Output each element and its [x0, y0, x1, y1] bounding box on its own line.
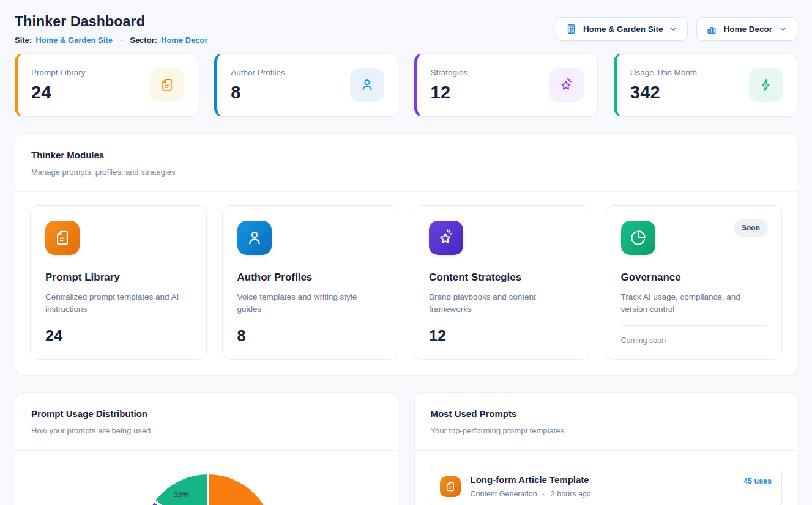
sparkle-star-icon [549, 68, 584, 102]
breadcrumb-dot: · [120, 35, 122, 45]
stat-label: Strategies [431, 68, 468, 77]
prompts-list: Long-form Article Template Content Gener… [415, 451, 797, 505]
donut-segment-label: 15% [174, 490, 189, 499]
coming-soon-text: Coming soon [621, 325, 767, 345]
chart-title: Prompt Usage Distribution [31, 408, 382, 419]
prompt-category: Content Generation [471, 490, 537, 498]
chart-subtitle: How your prompts are being used [31, 426, 382, 435]
stat-value: 342 [630, 83, 697, 103]
module-description: Voice templates and writing style guides [237, 291, 384, 316]
bar-chart-icon [706, 24, 717, 35]
document-icon [150, 68, 184, 102]
module-title: Author Profiles [237, 271, 384, 284]
stat-label: Prompt Library [31, 68, 86, 77]
document-icon [45, 221, 80, 255]
prompts-title: Most Used Prompts [431, 408, 781, 419]
person-icon [237, 221, 272, 255]
header-left: Thinker Dashboard Site: Home & Garden Si… [15, 13, 208, 45]
sparkle-star-icon [429, 221, 463, 255]
prompt-item-title: Long-form Article Template [471, 474, 591, 485]
stat-text: Author Profiles 8 [231, 68, 285, 103]
sector-selector-value: Home Decor [723, 24, 772, 34]
modules-subtitle: Manage prompts, profiles, and strategies [31, 168, 781, 177]
module-description: Centralized prompt templates and AI inst… [45, 291, 192, 316]
donut-chart-area: 15% [15, 451, 398, 505]
stats-row: Prompt Library 24 Author Profiles 8 [15, 53, 797, 117]
stat-card-strategies: Strategies 12 [414, 53, 598, 117]
prompt-time: 2 hours ago [551, 490, 591, 498]
site-label: Site: [15, 35, 32, 45]
stat-value: 8 [231, 83, 285, 103]
stat-label: Usage This Month [630, 68, 697, 77]
usage-donut: 15% [143, 474, 274, 505]
prompt-list-item[interactable]: Long-form Article Template Content Gener… [430, 466, 783, 505]
stat-text: Prompt Library 24 [31, 68, 86, 103]
stat-card-usage: Usage This Month 342 [614, 53, 797, 117]
module-count: 12 [429, 327, 575, 345]
chevron-down-icon [778, 24, 788, 34]
stat-text: Usage This Month 342 [630, 68, 697, 103]
pie-chart-icon [621, 221, 655, 255]
prompt-item-meta: Content Generation · 2 hours ago [471, 490, 591, 498]
module-title: Content Strategies [429, 271, 575, 284]
sector-link[interactable]: Home Decor [161, 35, 208, 45]
module-count: 8 [237, 327, 384, 345]
site-link[interactable]: Home & Garden Site [35, 35, 113, 45]
meta-dot: · [543, 490, 545, 498]
module-card-prompt-library[interactable]: Prompt Library Centralized prompt templa… [30, 205, 207, 360]
modules-header: Thinker Modules Manage prompts, profiles… [15, 134, 797, 191]
module-card-content-strategies[interactable]: Content Strategies Brand playbooks and c… [414, 205, 590, 360]
header-selectors: Home & Garden Site Home Decor [556, 17, 797, 41]
dashboard-page: Thinker Dashboard Site: Home & Garden Si… [0, 0, 812, 505]
module-description: Brand playbooks and content frameworks [429, 291, 575, 316]
module-count: 24 [45, 327, 192, 345]
page-title: Thinker Dashboard [15, 13, 208, 30]
stat-value: 12 [431, 83, 468, 103]
stat-value: 24 [31, 83, 86, 103]
modules-grid: Prompt Library Centralized prompt templa… [15, 192, 797, 375]
soon-badge: Soon [734, 219, 768, 237]
person-icon [350, 68, 384, 102]
site-selector-dropdown[interactable]: Home & Garden Site [556, 17, 688, 41]
prompts-subtitle: Your top-performing prompt templates [431, 426, 781, 435]
module-description: Track AI usage, compliance, and version … [621, 291, 767, 316]
sector-selector-dropdown[interactable]: Home Decor [696, 17, 797, 41]
prompt-item-main: Long-form Article Template Content Gener… [471, 474, 591, 498]
module-card-author-profiles[interactable]: Author Profiles Voice templates and writ… [222, 205, 399, 360]
stat-text: Strategies 12 [431, 68, 468, 103]
top-bar: Thinker Dashboard Site: Home & Garden Si… [15, 13, 797, 45]
chevron-down-icon [669, 24, 678, 34]
module-title: Governance [621, 271, 767, 284]
document-icon [440, 476, 461, 497]
modules-title: Thinker Modules [31, 150, 781, 160]
uses-count: 45 uses [743, 474, 772, 485]
stat-card-prompt-library: Prompt Library 24 [15, 53, 198, 117]
thinker-modules-card: Thinker Modules Manage prompts, profiles… [15, 133, 797, 376]
prompt-usage-card: Prompt Usage Distribution How your promp… [15, 392, 398, 505]
stat-label: Author Profiles [231, 68, 285, 77]
lightning-icon [749, 68, 783, 102]
site-selector-value: Home & Garden Site [583, 24, 663, 34]
most-used-prompts-card: Most Used Prompts Your top-performing pr… [414, 392, 798, 505]
sector-label: Sector: [130, 35, 157, 45]
building-icon [565, 23, 577, 35]
prompts-header: Most Used Prompts Your top-performing pr… [415, 393, 797, 450]
module-card-governance[interactable]: Soon Governance Track AI usage, complian… [606, 205, 783, 360]
chart-header: Prompt Usage Distribution How your promp… [15, 393, 398, 450]
stat-card-author-profiles: Author Profiles 8 [214, 53, 398, 117]
bottom-row: Prompt Usage Distribution How your promp… [15, 392, 797, 505]
breadcrumb: Site: Home & Garden Site · Sector: Home … [15, 35, 208, 45]
module-title: Prompt Library [45, 271, 192, 284]
